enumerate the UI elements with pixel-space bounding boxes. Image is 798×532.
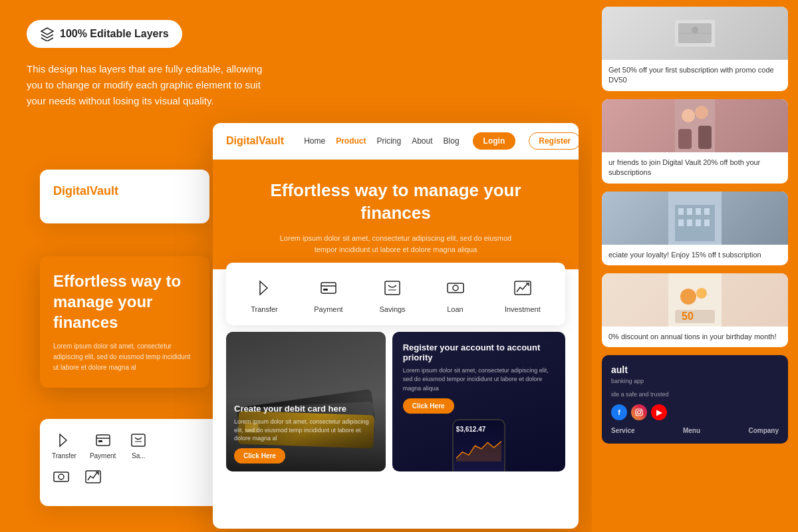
layers-icon	[40, 27, 55, 41]
svg-point-23	[682, 109, 695, 122]
nav-product[interactable]: Product	[336, 136, 366, 146]
nav-links: Home Product Pricing About Blog	[304, 136, 459, 146]
savings-icon-wrap	[379, 275, 406, 301]
svg-rect-29	[678, 208, 684, 215]
payment-icon	[319, 278, 338, 298]
register-cta-button[interactable]: Click Here	[403, 398, 454, 414]
youtube-icon[interactable]: ▶	[651, 404, 667, 420]
payment-label-bottom: Payment	[90, 452, 116, 460]
promo-img-3	[602, 192, 788, 245]
people-img-icon	[675, 99, 715, 152]
loan-icon-bottom	[52, 467, 70, 486]
hero-section: Effortless way to manage your finances L…	[213, 160, 579, 269]
svg-point-24	[695, 106, 708, 119]
svg-rect-1	[96, 435, 110, 446]
svg-rect-33	[678, 219, 684, 226]
investment-icon-bottom	[84, 467, 102, 486]
social-icons: f ▶	[611, 404, 779, 420]
service-payment[interactable]: Payment	[314, 275, 342, 313]
payment-icon-wrap	[315, 275, 342, 301]
login-button[interactable]: Login	[473, 132, 516, 150]
hero-subtitle: Lorem ipsum dolor sit amet, consectetur …	[269, 233, 522, 256]
office-img-icon	[675, 20, 715, 47]
investment-icon-wrap	[509, 275, 536, 301]
svg-point-21	[692, 27, 698, 33]
building-img-icon	[668, 192, 722, 245]
nav-pricing[interactable]: Pricing	[376, 136, 401, 146]
footer-service[interactable]: Service	[611, 427, 635, 434]
investment-icon	[513, 278, 533, 298]
register-card-title: Register your account to account priorit…	[403, 342, 555, 362]
svg-point-43	[638, 411, 641, 414]
bottom-savings-item: Sa...	[129, 431, 148, 460]
payment-icon-bottom	[94, 431, 112, 450]
transfer-label: Transfer	[251, 305, 278, 313]
footer-sub-1: banking app	[611, 378, 779, 384]
transfer-icon-wrap	[251, 275, 277, 301]
promo-img-2	[602, 99, 788, 152]
debit-card-title: Create your debit card here	[234, 404, 378, 414]
promo-img-1	[602, 7, 788, 60]
svg-rect-26	[698, 126, 712, 149]
promo-text-2: ur friends to join Digital Vault 20% off…	[602, 152, 788, 184]
register-card-subtitle: Lorem ipsum dolor sit amet, consectetur …	[403, 366, 555, 394]
promo-img-4: 50	[602, 273, 788, 327]
footer-company[interactable]: Company	[748, 427, 779, 434]
nav-blog[interactable]: Blog	[444, 136, 460, 146]
svg-rect-32	[704, 208, 710, 215]
editable-layers-badge: 100% Editable Layers	[27, 20, 182, 48]
loan-label: Loan	[447, 305, 463, 313]
right-panel: Get 50% off your first subscription with…	[592, 0, 798, 532]
service-transfer[interactable]: Transfer	[251, 275, 278, 313]
svg-point-38	[680, 289, 696, 305]
svg-rect-6	[54, 472, 68, 481]
phone-chart	[456, 436, 501, 462]
savings-label: Savings	[379, 305, 405, 313]
register-card-section: Register your account to account priorit…	[392, 332, 565, 471]
bottom-icons-row2	[52, 467, 217, 486]
instagram-icon[interactable]	[631, 404, 647, 420]
svg-text:50: 50	[682, 311, 694, 322]
transfer-icon	[254, 278, 274, 298]
bottom-loan-item	[52, 467, 70, 486]
footer-menu[interactable]: Menu	[683, 427, 700, 434]
facebook-icon[interactable]: f	[611, 404, 627, 420]
phone-mockup: $3,612.47	[452, 419, 505, 471]
svg-rect-40	[675, 310, 715, 323]
svg-marker-0	[60, 434, 66, 446]
payment-label: Payment	[314, 305, 342, 313]
promo-text-3: eciate your loyalty! Enjoy 15% off t sub…	[602, 245, 788, 265]
svg-rect-12	[323, 289, 328, 291]
register-button[interactable]: Register	[529, 132, 579, 150]
service-savings[interactable]: Savings	[379, 275, 406, 313]
svg-rect-4	[132, 434, 145, 446]
svg-point-39	[696, 288, 707, 299]
service-loan[interactable]: Loan	[442, 275, 469, 313]
badge-label: 100% Editable Layers	[60, 28, 169, 40]
white-logo-card: DigitalVault	[40, 170, 209, 223]
svg-rect-31	[696, 208, 701, 215]
svg-rect-15	[448, 283, 464, 293]
left-orange-title: Effortless way to manage your finances	[53, 271, 196, 333]
svg-point-16	[453, 285, 458, 291]
loan-icon	[446, 278, 466, 298]
svg-point-7	[59, 474, 64, 479]
promo-text-4: 0% discount on annual tions in your birt…	[602, 327, 788, 347]
debit-cta-button[interactable]: Click Here	[234, 448, 285, 464]
svg-rect-13	[385, 281, 400, 295]
cards-section: Create your debit card here Lorem ipsum …	[213, 332, 579, 478]
bottom-transfer-item: Transfer	[52, 431, 76, 460]
left-orange-subtitle: Lorem ipsum dolor sit amet, consectetur …	[53, 341, 196, 373]
svg-rect-35	[696, 219, 701, 226]
nav-about[interactable]: About	[412, 136, 432, 146]
nav-home[interactable]: Home	[304, 136, 325, 146]
debit-card-subtitle: Lorem ipsum dolor sit amet, consectetur …	[234, 418, 378, 443]
footer-links: Service Menu Company	[611, 427, 779, 434]
savings-icon	[382, 278, 402, 298]
footer-sub-2: ide a safe and trusted	[611, 391, 779, 398]
service-investment[interactable]: Investment	[505, 275, 541, 313]
svg-rect-36	[704, 219, 710, 226]
main-website-mockup: DigitalVault Home Product Pricing About …	[213, 123, 579, 529]
birthday-img-icon: 50	[668, 273, 722, 327]
nav-bar: DigitalVault Home Product Pricing About …	[213, 123, 579, 160]
